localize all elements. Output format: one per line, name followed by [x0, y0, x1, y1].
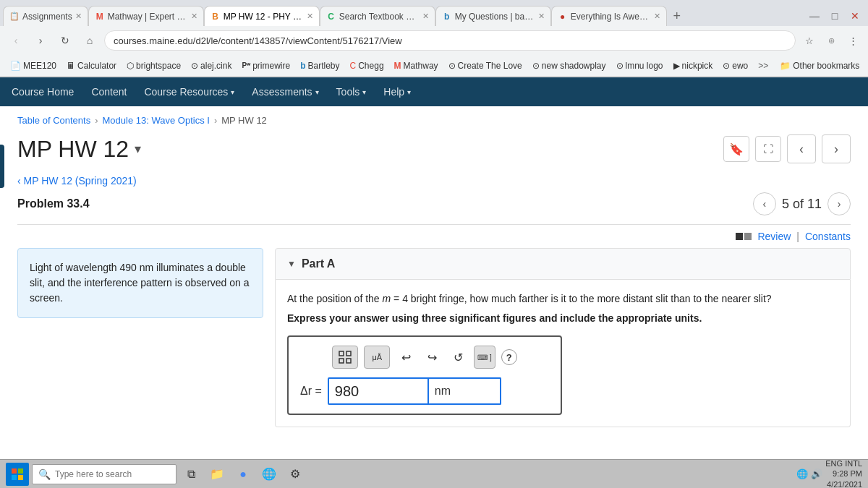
- chrome-taskbar-btn[interactable]: ●: [231, 463, 255, 486]
- tab-everything-close[interactable]: ✕: [654, 12, 660, 21]
- tab-mphw12[interactable]: B MP HW 12 - PHY 122:0001-Ph ✕: [204, 6, 320, 26]
- breadcrumb-toc[interactable]: Table of Contents: [17, 115, 90, 126]
- svg-rect-2: [339, 359, 344, 363]
- mphw12-favicon: B: [210, 12, 221, 22]
- undo-btn[interactable]: ↩: [396, 347, 416, 367]
- minimize-button[interactable]: —: [804, 6, 825, 26]
- bookmark-alej[interactable]: ⊙ alej.cink: [187, 59, 236, 72]
- home-button[interactable]: ⌂: [80, 30, 100, 51]
- title-actions: 🔖 ⛶ ‹ ›: [723, 134, 851, 163]
- folder-icon: 📁: [780, 61, 791, 71]
- tab-mphw12-close[interactable]: ✕: [307, 12, 313, 21]
- part-a-section: ▼ Part A At the position of the m = 4 br…: [275, 248, 851, 427]
- tab-everything[interactable]: ● Everything Is Awesome ✕: [551, 6, 667, 26]
- bookmark-ewo[interactable]: ⊙ ewo: [718, 59, 752, 72]
- tab-bartleby-close[interactable]: ✕: [538, 12, 545, 21]
- settings-taskbar-btn[interactable]: ⚙: [284, 463, 307, 486]
- bookmark-calculator[interactable]: 🖩 Calculator: [62, 59, 121, 72]
- tab-mathway[interactable]: M Mathway | Expert Q&A ✕: [88, 6, 204, 26]
- taskbar-search-input[interactable]: [55, 469, 156, 479]
- reset-btn[interactable]: ↺: [448, 347, 468, 367]
- svg-rect-6: [12, 475, 17, 480]
- tab-search-close[interactable]: ✕: [422, 12, 429, 21]
- help-icon[interactable]: ?: [501, 349, 517, 365]
- svg-rect-7: [18, 475, 23, 480]
- mathway-favicon: M: [95, 12, 105, 22]
- answer-value-input[interactable]: [328, 377, 429, 405]
- redo-btn[interactable]: ↪: [422, 347, 442, 367]
- bookmark-ewo-label: ewo: [732, 61, 748, 71]
- problem-section: ‹ MP HW 12 (Spring 2021) Problem 33.4 ‹ …: [17, 175, 851, 215]
- bookmark-other[interactable]: 📁 Other bookmarks: [775, 59, 864, 72]
- help-chevron: ▾: [407, 88, 411, 96]
- tab-bartleby[interactable]: b My Questions | bartleby ✕: [435, 6, 551, 26]
- review-link[interactable]: Review: [757, 231, 791, 242]
- breadcrumb-module[interactable]: Module 13: Wave Optics I: [103, 115, 210, 126]
- nav-help[interactable]: Help ▾: [383, 86, 411, 98]
- extension-icon[interactable]: ⊛: [822, 31, 841, 50]
- bookmark-createlove[interactable]: ⊙ Create The Love: [444, 59, 527, 72]
- edge-taskbar-btn[interactable]: 🌐: [258, 463, 281, 486]
- bookmark-btn[interactable]: 🔖: [723, 136, 749, 162]
- tab-assignments[interactable]: 📋 Assignments ✕: [3, 6, 88, 26]
- fullscreen-btn[interactable]: ⛶: [755, 136, 781, 162]
- svg-rect-3: [346, 359, 351, 363]
- bookmark-lmnu[interactable]: ⊙ lmnu logo: [612, 59, 668, 72]
- start-button[interactable]: [6, 463, 29, 486]
- left-panel-indicator[interactable]: [0, 145, 4, 188]
- bookmark-primewire[interactable]: Pʷ primewire: [237, 59, 294, 72]
- tab-search[interactable]: C Search Textbook Solutions | Ch ✕: [320, 6, 435, 26]
- back-button[interactable]: ‹: [6, 30, 26, 51]
- problem-next-btn[interactable]: ›: [827, 192, 851, 215]
- svg-rect-1: [346, 351, 351, 356]
- file-explorer-btn[interactable]: 📁: [205, 463, 229, 486]
- close-window-button[interactable]: ✕: [845, 6, 865, 26]
- more-icon[interactable]: ⋮: [843, 31, 862, 50]
- reload-button[interactable]: ↻: [55, 30, 75, 51]
- nav-assessments[interactable]: Assessments ▾: [252, 86, 318, 98]
- tab-assignments-label: Assignments: [22, 12, 72, 22]
- part-a-header: ▼ Part A: [275, 248, 851, 280]
- star-icon[interactable]: ☆: [800, 31, 819, 50]
- maximize-button[interactable]: □: [825, 6, 845, 26]
- address-input[interactable]: [104, 30, 796, 51]
- nav-help-label: Help: [383, 86, 404, 98]
- bookmark-chegg[interactable]: C Chegg: [346, 59, 388, 72]
- bookmark-mee120-label: MEE120: [23, 61, 56, 71]
- bookmark-nickpick[interactable]: ▶ nickpick: [669, 59, 718, 72]
- nav-content[interactable]: Content: [91, 86, 127, 98]
- resources-chevron: ▾: [231, 88, 234, 96]
- prev-page-btn[interactable]: ‹: [787, 134, 816, 163]
- taskbar-search-box[interactable]: 🔍: [32, 464, 176, 484]
- matrix-btn[interactable]: [332, 346, 358, 369]
- bookmark-bartleby[interactable]: b Bartleby: [296, 59, 344, 72]
- bookmark-shadowplay[interactable]: ⊙ new shadowplay: [528, 59, 610, 72]
- new-tab-button[interactable]: +: [667, 6, 687, 26]
- calculator-icon: 🖩: [67, 61, 75, 71]
- fullscreen-icon: ⛶: [763, 143, 773, 155]
- keyboard-btn[interactable]: ⌨ ]: [474, 346, 495, 369]
- forward-button[interactable]: ›: [30, 30, 51, 51]
- title-dropdown-icon[interactable]: ▾: [135, 141, 141, 157]
- nav-resources[interactable]: Course Resources ▾: [144, 86, 234, 98]
- tab-mathway-label: Mathway | Expert Q&A: [108, 12, 188, 22]
- nav-tools[interactable]: Tools ▾: [336, 86, 367, 98]
- bookmark-mee120[interactable]: 📄 MEE120: [6, 59, 61, 72]
- nav-course-home[interactable]: Course Home: [12, 86, 74, 98]
- tab-assignments-close[interactable]: ✕: [75, 12, 82, 21]
- task-view-btn[interactable]: ⧉: [179, 463, 203, 486]
- mu-a-btn[interactable]: μÅ: [364, 346, 390, 369]
- bookmarks-more[interactable]: >>: [754, 59, 773, 72]
- page-title: MP HW 12 ▾: [17, 136, 141, 163]
- spring-2021-link[interactable]: ‹ MP HW 12 (Spring 2021): [17, 175, 137, 187]
- part-a-collapse-icon[interactable]: ▼: [287, 259, 296, 269]
- tab-everything-label: Everything Is Awesome: [571, 12, 651, 22]
- tab-mathway-close[interactable]: ✕: [191, 12, 197, 21]
- main-content: Table of Contents › Module 13: Wave Opti…: [0, 106, 868, 488]
- problem-prev-btn[interactable]: ‹: [753, 192, 776, 215]
- bookmark-mathway[interactable]: M Mathway: [390, 59, 443, 72]
- constants-link[interactable]: Constants: [805, 231, 851, 242]
- next-page-btn[interactable]: ›: [822, 134, 851, 163]
- bookmark-brightspace[interactable]: ⬡ brightspace: [122, 59, 185, 72]
- bookmark-reading[interactable]: ☰ Reading list: [865, 59, 868, 72]
